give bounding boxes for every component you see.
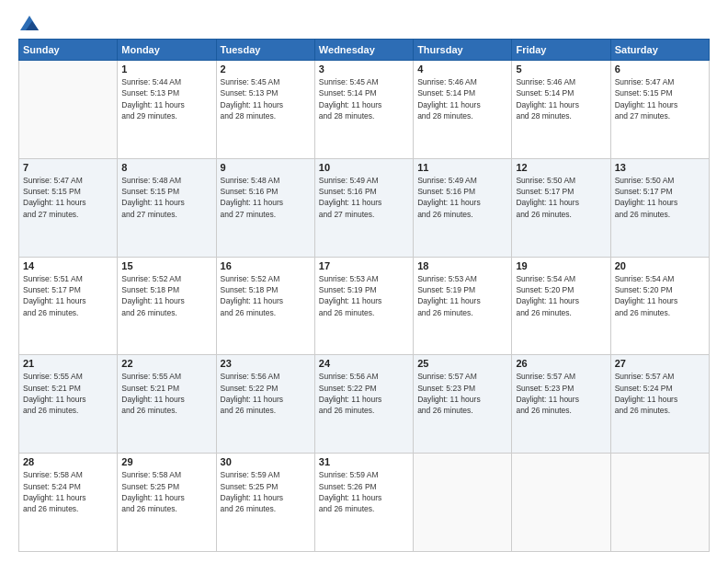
day-number: 29 — [121, 456, 211, 467]
day-info: Sunrise: 5:46 AM Sunset: 5:14 PM Dayligh… — [417, 76, 507, 121]
calendar-empty-cell — [512, 454, 610, 552]
calendar-day-16: 16Sunrise: 5:52 AM Sunset: 5:18 PM Dayli… — [216, 257, 314, 355]
weekday-header-thursday: Thursday — [414, 40, 512, 61]
calendar-day-2: 2Sunrise: 5:45 AM Sunset: 5:13 PM Daylig… — [216, 61, 314, 159]
day-number: 16 — [221, 260, 311, 271]
calendar-day-17: 17Sunrise: 5:53 AM Sunset: 5:19 PM Dayli… — [314, 257, 413, 355]
day-number: 19 — [516, 260, 606, 271]
calendar-day-21: 21Sunrise: 5:55 AM Sunset: 5:21 PM Dayli… — [19, 355, 118, 454]
calendar-day-20: 20Sunrise: 5:54 AM Sunset: 5:20 PM Dayli… — [610, 257, 709, 355]
day-info: Sunrise: 5:56 AM Sunset: 5:22 PM Dayligh… — [221, 371, 311, 416]
day-info: Sunrise: 5:47 AM Sunset: 5:15 PM Dayligh… — [23, 175, 113, 220]
weekday-header-friday: Friday — [512, 40, 610, 61]
calendar-day-29: 29Sunrise: 5:58 AM Sunset: 5:25 PM Dayli… — [118, 454, 216, 552]
day-number: 6 — [615, 63, 705, 75]
calendar-week-row: 21Sunrise: 5:55 AM Sunset: 5:21 PM Dayli… — [19, 355, 710, 454]
day-number: 25 — [417, 358, 507, 369]
day-info: Sunrise: 5:58 AM Sunset: 5:25 PM Dayligh… — [121, 469, 211, 514]
day-number: 20 — [615, 260, 705, 271]
calendar-week-row: 28Sunrise: 5:58 AM Sunset: 5:24 PM Dayli… — [19, 454, 710, 552]
day-number: 1 — [121, 63, 211, 75]
day-info: Sunrise: 5:59 AM Sunset: 5:26 PM Dayligh… — [319, 469, 409, 514]
day-info: Sunrise: 5:49 AM Sunset: 5:16 PM Dayligh… — [417, 175, 507, 220]
weekday-header-saturday: Saturday — [610, 40, 709, 61]
day-number: 17 — [319, 260, 409, 271]
calendar-day-19: 19Sunrise: 5:54 AM Sunset: 5:20 PM Dayli… — [512, 257, 610, 355]
calendar-day-9: 9Sunrise: 5:48 AM Sunset: 5:16 PM Daylig… — [216, 158, 314, 257]
day-number: 8 — [121, 162, 211, 173]
day-info: Sunrise: 5:58 AM Sunset: 5:24 PM Dayligh… — [23, 469, 113, 514]
day-info: Sunrise: 5:45 AM Sunset: 5:14 PM Dayligh… — [319, 76, 409, 121]
calendar-day-5: 5Sunrise: 5:46 AM Sunset: 5:14 PM Daylig… — [512, 61, 610, 159]
day-info: Sunrise: 5:55 AM Sunset: 5:21 PM Dayligh… — [121, 371, 211, 416]
day-info: Sunrise: 5:56 AM Sunset: 5:22 PM Dayligh… — [319, 371, 409, 416]
day-number: 7 — [23, 162, 113, 173]
calendar-day-15: 15Sunrise: 5:52 AM Sunset: 5:18 PM Dayli… — [118, 257, 216, 355]
calendar-day-1: 1Sunrise: 5:44 AM Sunset: 5:13 PM Daylig… — [118, 61, 216, 159]
day-number: 9 — [221, 162, 311, 173]
calendar-day-30: 30Sunrise: 5:59 AM Sunset: 5:25 PM Dayli… — [216, 454, 314, 552]
calendar-day-10: 10Sunrise: 5:49 AM Sunset: 5:16 PM Dayli… — [314, 158, 413, 257]
day-number: 24 — [319, 358, 409, 369]
day-number: 23 — [221, 358, 311, 369]
calendar-day-6: 6Sunrise: 5:47 AM Sunset: 5:15 PM Daylig… — [610, 61, 709, 159]
day-number: 27 — [615, 358, 705, 369]
calendar-day-3: 3Sunrise: 5:45 AM Sunset: 5:14 PM Daylig… — [314, 61, 413, 159]
day-number: 3 — [319, 63, 409, 75]
day-info: Sunrise: 5:55 AM Sunset: 5:21 PM Dayligh… — [23, 371, 113, 416]
weekday-header-sunday: Sunday — [19, 40, 118, 61]
calendar-week-row: 1Sunrise: 5:44 AM Sunset: 5:13 PM Daylig… — [19, 61, 710, 159]
day-info: Sunrise: 5:50 AM Sunset: 5:17 PM Dayligh… — [516, 175, 606, 220]
calendar-day-12: 12Sunrise: 5:50 AM Sunset: 5:17 PM Dayli… — [512, 158, 610, 257]
day-number: 10 — [319, 162, 409, 173]
logo — [18, 15, 40, 31]
calendar-day-22: 22Sunrise: 5:55 AM Sunset: 5:21 PM Dayli… — [118, 355, 216, 454]
day-info: Sunrise: 5:50 AM Sunset: 5:17 PM Dayligh… — [615, 175, 705, 220]
day-number: 26 — [516, 358, 606, 369]
calendar-day-7: 7Sunrise: 5:47 AM Sunset: 5:15 PM Daylig… — [19, 158, 118, 257]
day-info: Sunrise: 5:48 AM Sunset: 5:16 PM Dayligh… — [221, 175, 311, 220]
calendar-day-24: 24Sunrise: 5:56 AM Sunset: 5:22 PM Dayli… — [314, 355, 413, 454]
header — [18, 15, 710, 31]
calendar-day-28: 28Sunrise: 5:58 AM Sunset: 5:24 PM Dayli… — [19, 454, 118, 552]
day-number: 14 — [23, 260, 113, 271]
day-info: Sunrise: 5:57 AM Sunset: 5:24 PM Dayligh… — [615, 371, 705, 416]
day-info: Sunrise: 5:57 AM Sunset: 5:23 PM Dayligh… — [417, 371, 507, 416]
day-number: 21 — [23, 358, 113, 369]
day-info: Sunrise: 5:51 AM Sunset: 5:17 PM Dayligh… — [23, 273, 113, 318]
day-info: Sunrise: 5:46 AM Sunset: 5:14 PM Dayligh… — [516, 76, 606, 121]
day-number: 22 — [121, 358, 211, 369]
day-info: Sunrise: 5:52 AM Sunset: 5:18 PM Dayligh… — [121, 273, 211, 318]
calendar-day-11: 11Sunrise: 5:49 AM Sunset: 5:16 PM Dayli… — [414, 158, 512, 257]
day-info: Sunrise: 5:49 AM Sunset: 5:16 PM Dayligh… — [319, 175, 409, 220]
calendar-day-31: 31Sunrise: 5:59 AM Sunset: 5:26 PM Dayli… — [314, 454, 413, 552]
day-number: 2 — [221, 63, 311, 75]
calendar-day-27: 27Sunrise: 5:57 AM Sunset: 5:24 PM Dayli… — [610, 355, 709, 454]
calendar-day-13: 13Sunrise: 5:50 AM Sunset: 5:17 PM Dayli… — [610, 158, 709, 257]
day-info: Sunrise: 5:53 AM Sunset: 5:19 PM Dayligh… — [417, 273, 507, 318]
day-info: Sunrise: 5:54 AM Sunset: 5:20 PM Dayligh… — [615, 273, 705, 318]
day-number: 18 — [417, 260, 507, 271]
day-info: Sunrise: 5:48 AM Sunset: 5:15 PM Dayligh… — [121, 175, 211, 220]
day-number: 15 — [121, 260, 211, 271]
calendar-day-4: 4Sunrise: 5:46 AM Sunset: 5:14 PM Daylig… — [414, 61, 512, 159]
day-number: 28 — [23, 456, 113, 467]
calendar-day-8: 8Sunrise: 5:48 AM Sunset: 5:15 PM Daylig… — [118, 158, 216, 257]
day-info: Sunrise: 5:47 AM Sunset: 5:15 PM Dayligh… — [615, 76, 705, 121]
weekday-header-wednesday: Wednesday — [314, 40, 413, 61]
calendar-header-row: SundayMondayTuesdayWednesdayThursdayFrid… — [19, 40, 710, 61]
calendar-empty-cell — [414, 454, 512, 552]
day-info: Sunrise: 5:44 AM Sunset: 5:13 PM Dayligh… — [121, 76, 211, 121]
calendar-empty-cell — [19, 61, 118, 159]
calendar-week-row: 7Sunrise: 5:47 AM Sunset: 5:15 PM Daylig… — [19, 158, 710, 257]
day-number: 11 — [417, 162, 507, 173]
calendar-day-26: 26Sunrise: 5:57 AM Sunset: 5:23 PM Dayli… — [512, 355, 610, 454]
day-number: 4 — [417, 63, 507, 75]
day-info: Sunrise: 5:54 AM Sunset: 5:20 PM Dayligh… — [516, 273, 606, 318]
calendar-empty-cell — [610, 454, 709, 552]
day-number: 30 — [221, 456, 311, 467]
day-info: Sunrise: 5:59 AM Sunset: 5:25 PM Dayligh… — [221, 469, 311, 514]
weekday-header-tuesday: Tuesday — [216, 40, 314, 61]
day-number: 31 — [319, 456, 409, 467]
calendar-table: SundayMondayTuesdayWednesdayThursdayFrid… — [18, 39, 710, 552]
